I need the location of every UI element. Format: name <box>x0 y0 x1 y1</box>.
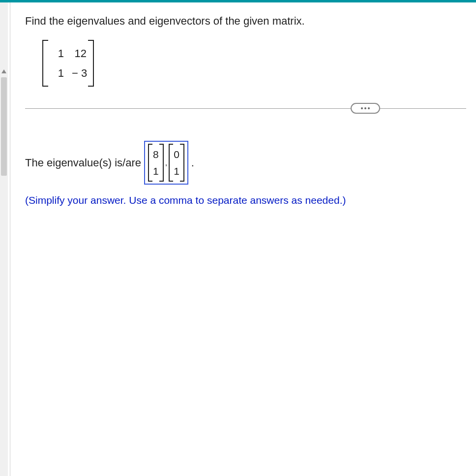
scrollbar-track[interactable] <box>0 2 8 476</box>
content-area: Find the eigenvalues and eigenvectors of… <box>10 2 476 476</box>
answer-vector-2: 0 1 <box>169 144 184 182</box>
matrix-cell: 1 <box>49 44 64 63</box>
answer-vector-1: 8 1 <box>148 144 164 182</box>
question-prompt: Find the eigenvalues and eigenvectors of… <box>25 15 476 28</box>
chevron-up-icon <box>1 69 6 73</box>
section-divider <box>25 101 466 116</box>
answer-label-prefix: The eigenvalue(s) is/are <box>25 157 141 169</box>
answer-line: The eigenvalue(s) is/are 8 1 , 0 1 . <box>25 141 476 185</box>
instruction-text: (Simplify your answer. Use a comma to se… <box>25 194 476 206</box>
answer-label-suffix: . <box>191 157 194 169</box>
matrix-cell: 12 <box>72 44 87 63</box>
scrollbar-thumb[interactable] <box>1 77 7 176</box>
matrix-cell: 1 <box>49 63 64 83</box>
vector-entry: 8 <box>153 146 159 163</box>
vector-entry: 1 <box>153 163 159 180</box>
vector-entry: 1 <box>174 163 179 180</box>
divider-line <box>25 108 466 109</box>
answer-separator: , <box>165 159 168 167</box>
vector-entry: 0 <box>174 146 179 163</box>
scroll-up-button[interactable] <box>0 66 8 76</box>
more-options-button[interactable] <box>351 103 380 114</box>
answer-input-box[interactable]: 8 1 , 0 1 <box>144 141 188 185</box>
given-matrix: 1 12 1 − 3 <box>42 40 476 87</box>
matrix-cell: − 3 <box>72 63 87 83</box>
